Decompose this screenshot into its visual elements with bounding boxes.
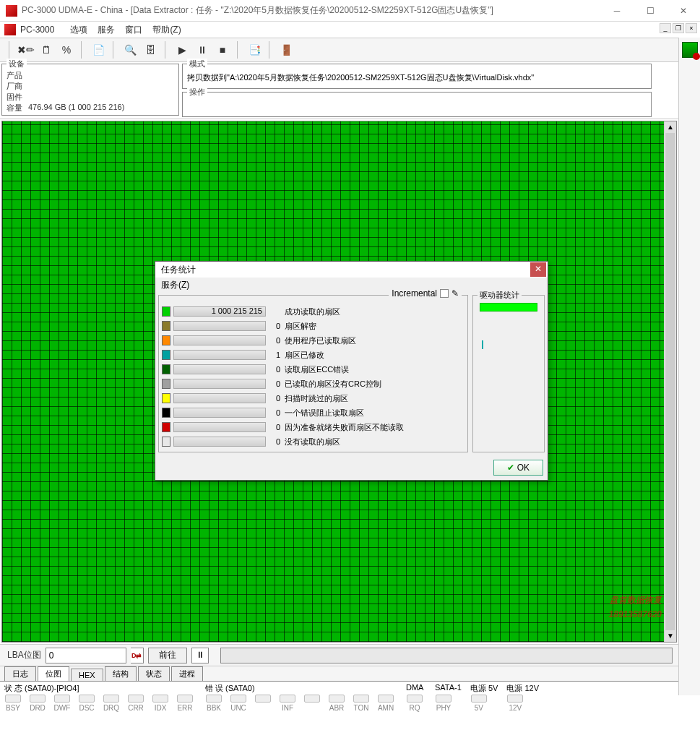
dialog-close-icon[interactable]: ✕ (530, 262, 546, 277)
dialog-menu-service[interactable]: 服务(Z) (161, 279, 189, 291)
lba-pause-icon[interactable]: ⏸ (191, 648, 209, 663)
tab-log[interactable]: 日志 (4, 666, 36, 681)
scroll-up-icon[interactable]: ▲ (665, 121, 676, 133)
tab-bitmap[interactable]: 位图 (38, 666, 69, 681)
stat-swatch (162, 437, 170, 447)
stat-value: 0 (269, 437, 282, 446)
minimize-button[interactable]: ─ (600, 0, 634, 22)
status-led: DRQ (100, 693, 123, 712)
tab-structure[interactable]: 结构 (105, 666, 137, 681)
stat-label: 使用程序已读取扇区 (285, 335, 356, 346)
tool-copy-icon[interactable]: 📑 (246, 41, 263, 59)
capacity-value: 476.94 GB (1 000 215 216) (28, 103, 124, 113)
stat-swatch (162, 379, 170, 389)
status-led: ERR (173, 693, 196, 712)
tool-db-icon[interactable]: 🗄 (142, 41, 159, 59)
status-group-title: 电源 12V (504, 683, 539, 693)
status-led: ABR (325, 693, 348, 712)
toolbar: ✖✏ 🗒 % 📄 🔍 🗄 ▶ ⏸ ■ 📑 🚪 (0, 38, 700, 62)
map-scrollbar[interactable]: ▲ ▼ (664, 121, 676, 642)
status-led (251, 693, 275, 712)
drive-stats-pane: 驱动器统计 (472, 295, 545, 452)
maximize-button[interactable]: ☐ (634, 0, 667, 22)
tool-calc-icon[interactable]: 🗒 (38, 41, 55, 59)
stat-bar (173, 393, 266, 403)
ok-button[interactable]: OK (493, 460, 543, 476)
firmware-label: 固件 (7, 92, 28, 103)
tab-hex[interactable]: HEX (71, 669, 103, 681)
info-row: 设备 产品 厂商 固件 容量476.94 GB (1 000 215 216) … (0, 62, 700, 119)
app-icon (6, 5, 17, 17)
status-led: CRR (124, 693, 147, 712)
status-group: SATA-1PHY (432, 683, 462, 715)
lba-input[interactable] (46, 648, 126, 663)
drive-status-icon[interactable] (682, 42, 698, 58)
stat-bar (173, 437, 266, 447)
status-group-title: 电源 5V (467, 683, 498, 693)
op-panel: 操作 (182, 92, 652, 117)
mdi-restore[interactable]: ❐ (673, 23, 684, 33)
stat-value: 1 (269, 351, 282, 359)
edit-icon[interactable]: ✎ (451, 288, 459, 298)
stats-pane: Incremental ✎ 1 000 215 215 成功读取的扇区 0 扇区… (158, 295, 468, 452)
mdi-close[interactable]: × (686, 23, 697, 33)
stat-label: 没有读取的扇区 (285, 437, 340, 447)
op-legend: 操作 (187, 87, 207, 98)
stat-swatch (162, 335, 170, 345)
stat-bar (173, 350, 266, 360)
incremental-label: Incremental (392, 288, 437, 298)
stat-row: 0 使用程序已读取扇区 (162, 333, 464, 348)
pause-icon[interactable]: ⏸ (194, 41, 211, 59)
status-led: IDX (149, 693, 172, 712)
close-button[interactable]: ✕ (667, 0, 700, 22)
menu-help[interactable]: 帮助(Z) (148, 22, 185, 38)
go-button[interactable]: 前往 (148, 648, 187, 663)
status-led: DSC (75, 693, 98, 712)
tool-report-icon[interactable]: 📄 (90, 41, 107, 59)
status-led: INF (276, 693, 299, 712)
stat-row: 0 没有读取的扇区 (162, 434, 464, 449)
scroll-thumb[interactable] (665, 133, 675, 630)
mode-panel: 模式 拷贝数据到"A:\2020年5月数据恢复任务\20200512-SM225… (182, 64, 652, 89)
tool-find-icon[interactable]: 🔍 (121, 41, 139, 59)
tab-process[interactable]: 进程 (171, 666, 203, 681)
tab-status[interactable]: 状态 (138, 666, 170, 681)
device-panel: 设备 产品 厂商 固件 容量476.94 GB (1 000 215 216) (1, 64, 179, 116)
stat-row: 0 一个错误阻止读取扇区 (162, 405, 464, 420)
stat-row: 0 扫描时跳过的扇区 (162, 391, 464, 405)
menubar: PC-3000 选项 服务 窗口 帮助(Z) _ ❐ × (0, 22, 700, 38)
status-group-title: SATA-1 (432, 683, 462, 693)
stat-swatch (162, 408, 170, 418)
stat-bar: 1 000 215 215 (173, 306, 266, 317)
tool-settings-icon[interactable]: ✖✏ (17, 41, 35, 59)
incremental-checkbox[interactable] (440, 289, 449, 298)
app-icon-small (4, 24, 16, 35)
mode-legend: 模式 (187, 59, 207, 69)
stat-value: 0 (269, 423, 282, 431)
status-group-title: 状 态 (SATA0)-[PIO4] (1, 683, 196, 693)
scroll-down-icon[interactable]: ▼ (665, 630, 676, 642)
stat-bar (173, 335, 266, 345)
exit-icon[interactable]: 🚪 (277, 41, 295, 59)
status-led (301, 693, 324, 712)
mdi-minimize[interactable]: _ (660, 23, 671, 33)
stat-swatch (162, 350, 170, 360)
tool-percent-icon[interactable]: % (58, 41, 75, 59)
status-led: AMN (374, 693, 397, 712)
menu-service[interactable]: 服务 (93, 22, 119, 38)
stat-value: 0 (269, 336, 282, 345)
status-group-title: DMA (403, 683, 426, 693)
stop-icon[interactable]: ■ (214, 41, 231, 59)
menu-options[interactable]: 选项 (66, 22, 92, 38)
play-icon[interactable]: ▶ (173, 41, 191, 59)
stat-label: 扫描时跳过的扇区 (285, 393, 348, 404)
stat-value: 0 (269, 379, 282, 388)
lba-format-toggle[interactable]: D⇄ (131, 648, 144, 663)
status-led: 5V (467, 693, 491, 712)
status-led: DRD (26, 693, 49, 712)
menu-window[interactable]: 窗口 (121, 22, 147, 38)
status-group: DMARQ (403, 683, 426, 715)
watermark: 盘首数据恢复 18913587620 (609, 593, 662, 622)
status-bar: 状 态 (SATA0)-[PIO4]BSYDRDDWFDSCDRQCRRIDXE… (0, 682, 700, 716)
stat-row: 0 因为准备就绪失败而扇区不能读取 (162, 420, 464, 434)
